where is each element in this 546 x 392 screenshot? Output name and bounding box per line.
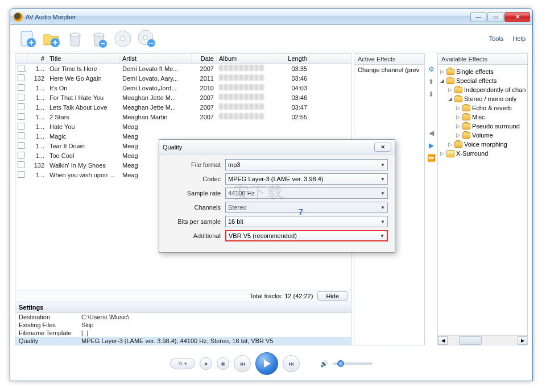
col-title[interactable]: Title xyxy=(47,54,120,63)
titlebar[interactable]: AV Audio Morpher — ▭ ✕ xyxy=(10,9,532,25)
col-date[interactable]: Date xyxy=(192,54,217,63)
next-button[interactable]: ⏭ xyxy=(283,355,300,372)
expand-icon[interactable]: ◢ xyxy=(447,96,453,102)
table-row[interactable]: 132Here We Go AgainDemi Lovato, Aary... … xyxy=(15,73,351,83)
row-checkbox[interactable] xyxy=(18,65,24,72)
hide-button[interactable]: Hide xyxy=(317,291,348,301)
svg-point-13 xyxy=(152,43,154,44)
tree-item[interactable]: ▷Voice morphing xyxy=(439,140,526,149)
active-effect-item[interactable]: Change channel (prev xyxy=(354,65,424,75)
field-label: Bits per sample xyxy=(164,218,225,225)
table-row[interactable]: ▶▶ 1...Our Time Is HereDemi Lovato ft Me… xyxy=(15,64,351,73)
col-album[interactable]: Album xyxy=(217,54,278,63)
tree-item[interactable]: ▷Misc xyxy=(439,112,526,122)
move-right-icon[interactable]: ▶ xyxy=(427,141,436,150)
row-checkbox[interactable] xyxy=(18,94,24,101)
arrow-down-icon[interactable]: ⬇ xyxy=(427,90,436,99)
prev-button[interactable]: ⏮ xyxy=(234,355,251,372)
expand-icon[interactable]: ▷ xyxy=(455,123,461,129)
tree-item[interactable]: ▷Volume xyxy=(439,131,526,140)
stop-button[interactable]: ■ xyxy=(217,357,229,370)
expand-icon[interactable]: ◢ xyxy=(439,78,445,84)
table-row[interactable]: 1...2 StarsMeaghan Martin 200702:55 xyxy=(15,112,351,122)
tree-item[interactable]: ▷X-Surround xyxy=(439,149,526,158)
volume-slider[interactable] xyxy=(333,362,373,365)
tree-label: X-Surround xyxy=(456,150,488,157)
folder-icon xyxy=(446,78,454,84)
expand-icon[interactable]: ▷ xyxy=(439,151,445,156)
table-row[interactable]: 1...For That I Hate YouMeaghan Jette M..… xyxy=(15,93,351,102)
minimize-button[interactable]: — xyxy=(470,12,486,22)
expand-icon[interactable]: ▷ xyxy=(447,141,453,147)
field-select[interactable]: MPEG Layer-3 (LAME ver. 3.98.4)▼ xyxy=(225,173,388,185)
tree-item[interactable]: ▷Single effects xyxy=(439,67,526,76)
add-folder-button[interactable] xyxy=(41,28,61,49)
row-checkbox[interactable] xyxy=(18,84,24,91)
setting-row[interactable]: Filename Template[. ]</div> xyxy=(15,329,351,337)
row-checkbox[interactable] xyxy=(18,74,24,81)
move-left-icon[interactable]: ◀ xyxy=(427,128,436,137)
cd-button[interactable] xyxy=(113,28,133,49)
field-select[interactable]: VBR V5 (recommended)▼ xyxy=(225,230,388,241)
dialog-close-button[interactable]: ✕ xyxy=(374,143,391,152)
close-button[interactable]: ✕ xyxy=(504,12,530,22)
tree-label: Stereo / mono only xyxy=(464,95,516,102)
field-select[interactable]: mp3▼ xyxy=(225,159,388,170)
tree-item[interactable]: ◢Special effects xyxy=(439,76,526,85)
quality-dialog: Quality ✕ File format mp3▼Codec MPEG Lay… xyxy=(159,139,395,253)
field-select[interactable]: 44100 Hz▼ xyxy=(225,187,388,199)
expand-icon[interactable]: ▷ xyxy=(455,105,461,111)
row-checkbox[interactable] xyxy=(18,103,24,110)
repeat-button[interactable]: ⟲ ▾ xyxy=(170,358,195,369)
gear-icon[interactable]: ⚙ xyxy=(427,65,436,74)
cd-options-button[interactable] xyxy=(136,28,157,49)
chevron-down-icon: ▼ xyxy=(380,219,385,224)
field-select[interactable]: Stereo▼ xyxy=(225,202,388,213)
col-artist[interactable]: Artist xyxy=(120,54,192,63)
scroll-thumb[interactable] xyxy=(459,336,482,345)
row-checkbox[interactable] xyxy=(18,171,24,178)
menu-tools[interactable]: Tools xyxy=(489,35,504,42)
svg-point-3 xyxy=(70,33,80,36)
settings-list[interactable]: DestinationC:\Users\ \Music\Existing Fil… xyxy=(15,313,351,345)
table-header[interactable]: # Title Artist Date Album Length xyxy=(15,54,351,64)
expand-icon[interactable]: ▷ xyxy=(455,132,461,138)
field-select[interactable]: 16 bit▼ xyxy=(225,216,388,227)
arrow-up-icon[interactable]: ⬆ xyxy=(427,77,436,86)
play-button[interactable] xyxy=(255,352,278,375)
col-length[interactable]: Length xyxy=(278,54,310,63)
expand-icon[interactable]: ▷ xyxy=(439,69,445,74)
row-checkbox[interactable] xyxy=(18,161,24,168)
col-num[interactable]: # xyxy=(28,54,47,63)
scroll-right-icon[interactable]: ▶ xyxy=(518,336,527,345)
row-checkbox[interactable] xyxy=(18,142,24,149)
row-checkbox[interactable] xyxy=(18,123,24,130)
scrollbar[interactable]: ◀ ▶ xyxy=(438,335,527,345)
volume-icon[interactable]: 🔊 xyxy=(320,360,328,368)
table-row[interactable]: 1...Lets Talk About LoveMeaghan Jette M.… xyxy=(15,102,351,112)
row-checkbox[interactable] xyxy=(18,152,24,159)
tree-item[interactable]: ◢Stereo / mono only xyxy=(439,94,526,103)
trash-button[interactable] xyxy=(65,28,85,49)
add-file-button[interactable] xyxy=(17,28,38,49)
tree-item[interactable]: ▷Echo & reverb xyxy=(439,103,526,112)
menu-help[interactable]: Help xyxy=(512,35,526,42)
effects-tree[interactable]: ▷Single effects◢Special effects▷Independ… xyxy=(438,65,527,335)
scroll-left-icon[interactable]: ◀ xyxy=(438,336,448,345)
move-right-all-icon[interactable]: ⏩ xyxy=(427,153,436,162)
table-row[interactable]: 1...Hate YouMeag xyxy=(15,122,351,131)
setting-row[interactable]: Existing FilesSkip xyxy=(15,321,351,329)
setting-row[interactable]: DestinationC:\Users\ \Music\ xyxy=(15,313,351,321)
trash-alt-button[interactable] xyxy=(89,28,109,49)
table-row[interactable]: 1...It's OnDemi Lovato,Jord... 201004:03 xyxy=(15,83,351,93)
expand-icon[interactable]: ▷ xyxy=(447,87,453,93)
maximize-button[interactable]: ▭ xyxy=(487,12,503,22)
tree-item[interactable]: ▷Pseudo surround xyxy=(439,122,526,131)
record-button[interactable]: ● xyxy=(200,357,212,370)
row-checkbox[interactable] xyxy=(18,113,24,120)
dialog-titlebar[interactable]: Quality ✕ xyxy=(159,140,395,155)
expand-icon[interactable]: ▷ xyxy=(455,114,461,120)
setting-row[interactable]: QualityMPEG Layer-3 (LAME ver. 3.98.4), … xyxy=(15,337,351,345)
tree-item[interactable]: ▷Independently of chan xyxy=(439,85,526,94)
row-checkbox[interactable] xyxy=(18,132,24,139)
